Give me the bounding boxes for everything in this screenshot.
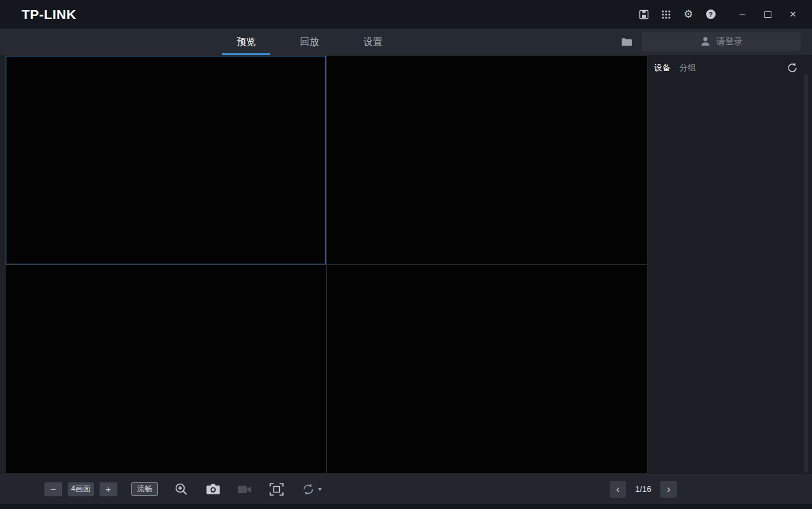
titlebar-actions: ⚙ ? ─ ✕: [638, 8, 812, 21]
app-logo: TP-LINK: [22, 7, 76, 22]
titlebar[interactable]: TP-LINK ⚙: [0, 0, 812, 29]
app-window: TP-LINK ⚙: [0, 0, 812, 509]
refresh-icon[interactable]: [787, 62, 798, 74]
prev-page-button[interactable]: ‹: [610, 481, 626, 498]
folder-icon[interactable]: [621, 37, 632, 47]
fullscreen-icon[interactable]: [268, 481, 285, 498]
screen-layout-label: 4画面: [68, 482, 94, 496]
carousel-rotate-control[interactable]: ▾: [300, 481, 322, 498]
settings-gear-icon[interactable]: ⚙: [682, 8, 695, 21]
stream-quality-button[interactable]: 流畅: [131, 482, 158, 496]
chevron-down-icon: ▾: [318, 486, 322, 493]
window-bottom-edge: [0, 504, 812, 509]
login-label: 请登录: [716, 36, 743, 48]
page-indicator: 1/16: [632, 484, 654, 494]
device-sidebar: 设备 分组: [648, 55, 812, 474]
tab-settings-label: 设置: [363, 36, 383, 48]
titlebar-app-icons: ⚙ ?: [638, 8, 717, 21]
video-pane-3[interactable]: [6, 265, 326, 474]
record-video-icon[interactable]: [237, 481, 253, 498]
tab-preview[interactable]: 预览: [222, 29, 270, 55]
maximize-button[interactable]: [763, 10, 773, 20]
navbar: 预览 回放 设置 请登录: [0, 29, 812, 55]
bottom-toolbar: − 4画面 + 流畅: [0, 474, 812, 504]
device-list: [648, 81, 803, 474]
sidebar-scrollbar[interactable]: [804, 74, 808, 473]
tab-preview-label: 预览: [237, 36, 256, 48]
help-icon[interactable]: ?: [704, 8, 717, 21]
digital-zoom-icon[interactable]: [173, 481, 190, 498]
login-button[interactable]: 请登录: [642, 32, 801, 51]
main-area: 设备 分组: [0, 55, 812, 474]
window-controls: ─ ✕: [737, 10, 798, 20]
close-button[interactable]: ✕: [788, 10, 798, 20]
video-pane-1[interactable]: [6, 56, 326, 264]
video-pane-4[interactable]: [327, 265, 647, 474]
tab-settings[interactable]: 设置: [349, 29, 397, 55]
disk-icon[interactable]: [638, 8, 650, 21]
video-pane-2[interactable]: [327, 56, 647, 264]
carousel-rotate-icon: [300, 481, 317, 498]
sidebar-tab-devices[interactable]: 设备: [654, 62, 671, 74]
pager-group: ‹ 1/16 ›: [610, 481, 677, 498]
snapshot-camera-icon[interactable]: [205, 481, 221, 498]
toolbar-left-group: − 4画面 + 流畅: [44, 481, 322, 498]
layout-increase-button[interactable]: +: [100, 482, 117, 496]
maximize-icon: [764, 11, 771, 18]
minimize-button[interactable]: ─: [737, 10, 747, 20]
sidebar-tab-groups[interactable]: 分组: [679, 62, 696, 74]
tab-playback-label: 回放: [300, 36, 319, 48]
layout-decrease-button[interactable]: −: [44, 482, 62, 496]
main-tabs: 预览 回放 设置: [222, 29, 412, 55]
user-icon: [700, 35, 711, 49]
navbar-right: 请登录: [621, 29, 801, 55]
apps-grid-icon[interactable]: [660, 8, 672, 21]
next-page-button[interactable]: ›: [660, 481, 677, 498]
help-glyph: ?: [706, 10, 716, 19]
tab-playback[interactable]: 回放: [285, 29, 334, 55]
video-grid: [5, 55, 648, 474]
sidebar-header: 设备 分组: [648, 55, 812, 81]
